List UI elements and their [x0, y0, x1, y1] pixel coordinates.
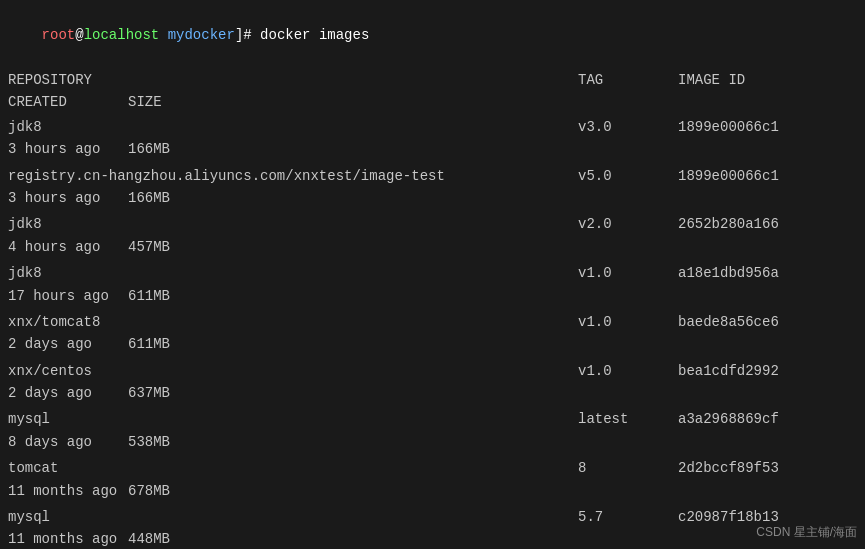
- table-row-sub: 3 hours ago 166MB: [8, 138, 857, 160]
- id-cell: baede8a56ce6: [678, 311, 858, 333]
- id-cell: 2652b280a166: [678, 213, 858, 235]
- table-row-sub: 2 days ago 637MB: [8, 382, 857, 404]
- table-row-sub: 11 months ago 448MB: [8, 528, 857, 549]
- repo-cell: mysql: [8, 506, 578, 528]
- created-cell: 2 days ago: [8, 382, 128, 404]
- created-cell: 3 hours ago: [8, 138, 128, 160]
- size-cell: 611MB: [128, 285, 228, 307]
- repo-cell: jdk8: [8, 213, 578, 235]
- docker-images-table: REPOSITORY TAG IMAGE ID CREATED SIZE jdk…: [8, 69, 857, 549]
- table-row-sub: 17 hours ago 611MB: [8, 285, 857, 307]
- prompt-path: mydocker: [168, 27, 235, 43]
- prompt-user: root: [42, 27, 76, 43]
- repo-cell: jdk8: [8, 262, 578, 284]
- created-cell: 11 months ago: [8, 480, 128, 502]
- repo-cell: jdk8: [8, 116, 578, 138]
- repo-cell: registry.cn-hangzhou.aliyuncs.com/xnxtes…: [8, 165, 578, 187]
- created-cell: 4 hours ago: [8, 236, 128, 258]
- size-cell: 678MB: [128, 480, 228, 502]
- id-cell: 1899e00066c1: [678, 116, 858, 138]
- tag-cell: v1.0: [578, 360, 678, 382]
- table-header-row1: REPOSITORY TAG IMAGE ID: [8, 69, 857, 91]
- id-cell: 1899e00066c1: [678, 165, 858, 187]
- size-cell: 448MB: [128, 528, 228, 549]
- tag-cell: v1.0: [578, 262, 678, 284]
- tag-cell: v5.0: [578, 165, 678, 187]
- repo-cell: xnx/centos: [8, 360, 578, 382]
- table-row-sub: 3 hours ago 166MB: [8, 187, 857, 209]
- table-row-sub: 8 days ago 538MB: [8, 431, 857, 453]
- id-cell: a3a2968869cf: [678, 408, 858, 430]
- created-cell: 11 months ago: [8, 528, 128, 549]
- header-repository: REPOSITORY: [8, 69, 578, 91]
- size-cell: 611MB: [128, 333, 228, 355]
- repo-cell: mysql: [8, 408, 578, 430]
- size-cell: 457MB: [128, 236, 228, 258]
- header-created: CREATED: [8, 91, 128, 113]
- command-prompt: root@localhost mydocker]# docker images: [8, 4, 857, 67]
- tag-cell: latest: [578, 408, 678, 430]
- tag-cell: v1.0: [578, 311, 678, 333]
- size-cell: 538MB: [128, 431, 228, 453]
- header-tag: TAG: [578, 69, 678, 91]
- table-row: registry.cn-hangzhou.aliyuncs.com/xnxtes…: [8, 165, 857, 187]
- created-cell: 2 days ago: [8, 333, 128, 355]
- created-cell: 8 days ago: [8, 431, 128, 453]
- watermark: CSDN 星主铺/海面: [756, 524, 857, 541]
- table-row: jdk8 v3.0 1899e00066c1: [8, 116, 857, 138]
- header-size: SIZE: [128, 91, 228, 113]
- table-body: jdk8 v3.0 1899e00066c1 3 hours ago 166MB…: [8, 116, 857, 549]
- repo-cell: tomcat: [8, 457, 578, 479]
- tag-cell: 5.7: [578, 506, 678, 528]
- table-row: jdk8 v1.0 a18e1dbd956a: [8, 262, 857, 284]
- table-row: mysql latest a3a2968869cf: [8, 408, 857, 430]
- prompt-host: localhost: [84, 27, 160, 43]
- created-cell: 3 hours ago: [8, 187, 128, 209]
- table-row: xnx/tomcat8 v1.0 baede8a56ce6: [8, 311, 857, 333]
- table-header-row2: CREATED SIZE: [8, 91, 857, 113]
- size-cell: 166MB: [128, 187, 228, 209]
- tag-cell: v2.0: [578, 213, 678, 235]
- terminal: root@localhost mydocker]# docker images …: [0, 0, 865, 549]
- table-row: jdk8 v2.0 2652b280a166: [8, 213, 857, 235]
- command-text: docker images: [260, 27, 369, 43]
- tag-cell: v3.0: [578, 116, 678, 138]
- id-cell: a18e1dbd956a: [678, 262, 858, 284]
- table-row: mysql 5.7 c20987f18b13: [8, 506, 857, 528]
- repo-cell: xnx/tomcat8: [8, 311, 578, 333]
- id-cell: bea1cdfd2992: [678, 360, 858, 382]
- size-cell: 166MB: [128, 138, 228, 160]
- table-row: tomcat 8 2d2bccf89f53: [8, 457, 857, 479]
- tag-cell: 8: [578, 457, 678, 479]
- created-cell: 17 hours ago: [8, 285, 128, 307]
- table-row-sub: 2 days ago 611MB: [8, 333, 857, 355]
- id-cell: 2d2bccf89f53: [678, 457, 858, 479]
- header-image-id: IMAGE ID: [678, 69, 858, 91]
- size-cell: 637MB: [128, 382, 228, 404]
- table-row: xnx/centos v1.0 bea1cdfd2992: [8, 360, 857, 382]
- table-row-sub: 4 hours ago 457MB: [8, 236, 857, 258]
- table-row-sub: 11 months ago 678MB: [8, 480, 857, 502]
